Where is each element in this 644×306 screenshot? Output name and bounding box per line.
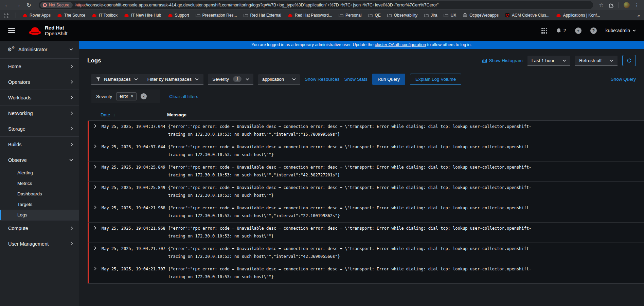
profile-avatar[interactable] xyxy=(624,2,630,8)
redhat-favicon xyxy=(168,13,173,17)
show-stats-link[interactable]: Show Stats xyxy=(344,77,367,82)
url-text[interactable]: https://console-openshift-console.apps.e… xyxy=(75,3,439,7)
bookmark-item[interactable]: Rover Apps xyxy=(22,13,51,18)
expand-row-icon[interactable] xyxy=(94,206,96,209)
filter-by-namespaces-dropdown[interactable]: Filter by Namespaces xyxy=(143,74,204,84)
explain-log-volume-button[interactable]: Explain Log Volume xyxy=(410,74,461,85)
bookmark-star-icon[interactable]: ☆ xyxy=(599,2,604,8)
expand-row-icon[interactable] xyxy=(94,226,96,230)
bookmark-label: Jira xyxy=(431,13,437,18)
bookmark-item[interactable]: ACM Coletive Clus... xyxy=(505,13,550,18)
refresh-interval-dropdown[interactable]: Refresh off xyxy=(575,56,618,66)
sidebar-item-storage[interactable]: Storage xyxy=(0,121,79,136)
bookmark-item[interactable]: Red Hat External xyxy=(244,13,281,18)
severity-dropdown[interactable]: Severity 1 xyxy=(208,74,253,85)
expand-row-icon[interactable] xyxy=(94,246,96,250)
log-timestamp: May 25, 2025, 19:04:37.044 xyxy=(102,143,168,159)
bookmark-item[interactable]: Red Hat Password... xyxy=(288,13,332,18)
sort-descending-icon[interactable]: ↓ xyxy=(113,112,115,117)
sidebar-subitem-dashboards[interactable]: Dashboards xyxy=(0,189,79,199)
bookmark-item[interactable]: Support xyxy=(168,13,189,18)
attribute-dropdown[interactable]: Namespaces xyxy=(91,74,143,84)
show-resources-link[interactable]: Show Resources xyxy=(305,77,339,82)
sidebar-item-user-management[interactable]: User Management xyxy=(0,236,79,251)
bookmark-item[interactable]: UX xyxy=(444,13,456,18)
user-menu[interactable]: kube:admin xyxy=(606,28,636,33)
bookmark-item[interactable]: OcpqeWebapps xyxy=(463,13,499,18)
chevron-down-icon xyxy=(610,59,613,62)
time-range-dropdown[interactable]: Last 1 hour xyxy=(527,56,571,66)
side-nav: ⚙⚙ Administrator Home Operators Workload… xyxy=(0,41,79,306)
log-timestamp: May 25, 2025, 19:04:25.849 xyxy=(102,184,168,199)
bookmarks-bar: Rover Apps The Source IT Toolbox IT New … xyxy=(0,10,644,20)
chip-close-icon[interactable]: × xyxy=(131,94,133,99)
address-bar[interactable]: ✕ Not Secure https://console-openshift-c… xyxy=(39,1,593,9)
bookmark-item[interactable]: IT Toolbox xyxy=(92,13,118,18)
folder-icon xyxy=(196,13,200,17)
sidebar-item-label: Networking xyxy=(8,111,33,116)
sidebar-item-operators[interactable]: Operators xyxy=(0,74,79,90)
bookmark-item[interactable]: The Source xyxy=(57,13,85,18)
log-timestamp: May 25, 2025, 19:04:21.707 xyxy=(102,265,168,281)
sidebar-subitem-metrics[interactable]: Metrics xyxy=(0,178,79,189)
log-table-row: May 25, 2025, 19:04:21.707 {"error":"rpc… xyxy=(88,263,644,284)
cogs-icon: ⚙⚙ xyxy=(7,46,15,53)
bookmark-item[interactable]: Jira xyxy=(424,13,437,18)
sidebar-item-label: Builds xyxy=(8,142,22,147)
date-column-header[interactable]: Date ↓ xyxy=(101,112,167,117)
bookmark-item[interactable]: Observability xyxy=(387,13,417,18)
tenant-dropdown[interactable]: application xyxy=(258,74,300,84)
bookmark-favicon xyxy=(22,13,28,17)
notifications-button[interactable]: 2 xyxy=(556,28,566,34)
expand-row-icon[interactable] xyxy=(94,185,96,189)
sidebar-subitem-alerting[interactable]: Alerting xyxy=(0,168,79,178)
sidebar-subitem-logs[interactable]: Logs xyxy=(0,210,79,220)
reload-icon[interactable]: ↻ xyxy=(25,2,33,8)
nav-toggle-icon[interactable] xyxy=(8,28,15,33)
run-query-button[interactable]: Run Query xyxy=(372,74,405,85)
show-histogram-link[interactable]: Show Histogram xyxy=(482,58,523,63)
clear-chip-group-icon[interactable]: × xyxy=(141,93,147,99)
app-launcher-icon[interactable] xyxy=(541,28,547,34)
forward-icon[interactable]: → xyxy=(14,2,22,8)
log-message: {"error":"rpc error: code = Unavailable … xyxy=(168,143,644,159)
perspective-switcher[interactable]: ⚙⚙ Administrator xyxy=(0,41,79,58)
severity-chip-error[interactable]: error × xyxy=(116,92,137,100)
apps-grid-icon[interactable] xyxy=(4,13,9,18)
log-message: {"error":"rpc error: code = Unavailable … xyxy=(168,265,644,281)
sidebar-item-observe[interactable]: Observe xyxy=(0,152,79,168)
bookmark-item[interactable]: Personal xyxy=(339,13,361,18)
sidebar-subitem-targets[interactable]: Targets xyxy=(0,199,79,210)
quick-create-icon[interactable]: + xyxy=(575,27,582,34)
expand-row-icon[interactable] xyxy=(94,124,96,128)
help-icon[interactable]: ? xyxy=(590,27,597,34)
not-secure-badge[interactable]: ✕ Not Secure xyxy=(40,2,73,8)
expand-row-icon[interactable] xyxy=(94,145,96,148)
bookmark-item[interactable]: IT New Hire Hub xyxy=(124,13,161,18)
sidebar-item-home[interactable]: Home xyxy=(0,58,79,74)
extensions-icon[interactable] xyxy=(608,2,614,8)
sidebar-item-networking[interactable]: Networking xyxy=(0,105,79,121)
bookmark-label: Red Hat Password... xyxy=(295,13,332,18)
bookmark-item[interactable]: QE xyxy=(368,13,380,18)
bookmark-label: Rover Apps xyxy=(30,13,51,18)
folder-icon xyxy=(387,13,392,17)
expand-row-icon[interactable] xyxy=(94,267,96,270)
refresh-now-button[interactable] xyxy=(622,55,636,66)
browser-menu-icon[interactable]: ⋮ xyxy=(634,2,639,8)
back-icon[interactable]: ← xyxy=(3,2,11,8)
expand-row-icon[interactable] xyxy=(94,165,96,169)
sidebar-item-compute[interactable]: Compute xyxy=(0,220,79,236)
sidebar-item-builds[interactable]: Builds xyxy=(0,136,79,152)
bookmark-favicon xyxy=(244,13,248,17)
namespace-filter-group: Namespaces Filter by Namespaces xyxy=(91,74,203,85)
bookmarks-overflow-icon[interactable]: » xyxy=(638,13,640,18)
oauth-config-link[interactable]: cluster OAuth configuration xyxy=(375,42,426,47)
bookmark-item[interactable]: Presentation Res... xyxy=(196,13,237,18)
bookmark-item[interactable]: Applications | Konf... xyxy=(556,13,600,18)
clear-all-filters-link[interactable]: Clear all filters xyxy=(169,94,198,99)
show-query-link[interactable]: Show Query xyxy=(611,77,636,82)
redhat-favicon xyxy=(22,13,28,17)
main-content: You are logged in as a temporary adminis… xyxy=(79,41,644,306)
sidebar-item-workloads[interactable]: Workloads xyxy=(0,90,79,105)
